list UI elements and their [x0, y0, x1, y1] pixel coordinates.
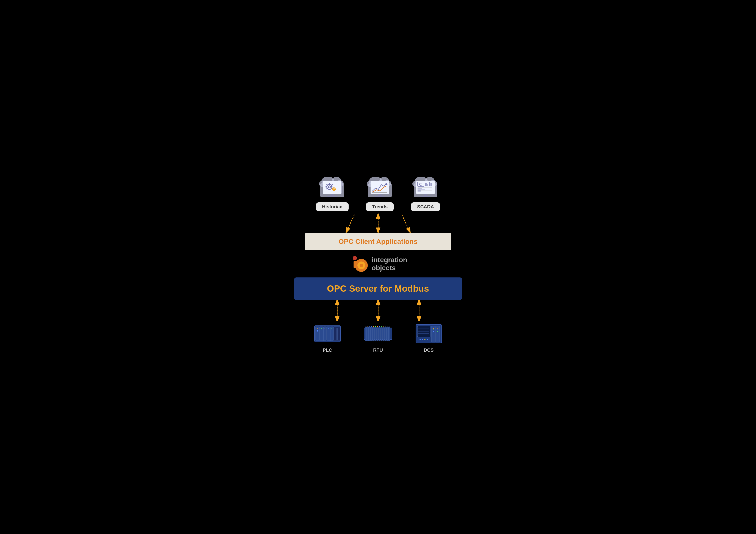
svg-point-89 [317, 328, 318, 329]
io-logo: integration objects [349, 254, 407, 273]
svg-rect-107 [377, 327, 378, 341]
trends-block: Trends [366, 177, 394, 211]
plc-arrow [333, 300, 341, 321]
svg-point-65 [353, 256, 357, 260]
svg-point-138 [433, 331, 434, 332]
svg-point-90 [317, 330, 318, 331]
dcs-arrow [415, 300, 423, 321]
svg-point-93 [324, 328, 325, 329]
io-text: integration objects [372, 256, 407, 272]
top-arrows [344, 214, 413, 233]
svg-rect-20 [334, 190, 335, 191]
svg-rect-88 [334, 327, 340, 341]
svg-point-140 [437, 330, 438, 330]
svg-rect-52 [418, 188, 422, 189]
historian-arrow [344, 214, 357, 233]
svg-rect-22 [335, 189, 336, 190]
plc-block: PLC [313, 323, 341, 353]
svg-rect-54 [418, 190, 421, 191]
trends-arrow [374, 214, 382, 233]
io-text-line1: integration [372, 256, 407, 264]
svg-point-147 [427, 339, 428, 340]
trends-label: Trends [366, 202, 393, 211]
svg-rect-102 [367, 327, 369, 341]
svg-rect-108 [379, 327, 380, 341]
svg-rect-48 [430, 183, 432, 187]
svg-rect-41 [416, 181, 435, 194]
svg-point-141 [437, 331, 438, 332]
svg-rect-45 [425, 183, 427, 187]
scada-icon [412, 177, 440, 201]
svg-point-139 [437, 328, 438, 329]
rtu-arrow [374, 300, 382, 321]
scada-label: SCADA [411, 202, 440, 211]
svg-rect-56 [420, 196, 430, 197]
svg-rect-12 [331, 186, 333, 188]
svg-point-145 [424, 339, 425, 340]
opc-client-box: OPC Client Applications [305, 233, 451, 250]
svg-rect-46 [427, 184, 428, 187]
rtu-block: RTU [363, 323, 393, 353]
svg-rect-101 [365, 327, 367, 341]
historian-icon [318, 177, 346, 201]
svg-line-64 [402, 215, 409, 231]
svg-rect-34 [378, 194, 382, 196]
svg-point-144 [422, 339, 423, 340]
opc-server-box: OPC Server for Modbus [294, 277, 462, 300]
plc-device-icon [313, 323, 341, 344]
svg-rect-113 [389, 327, 390, 341]
svg-rect-53 [418, 189, 425, 190]
rtu-device-icon [363, 323, 393, 344]
svg-rect-47 [429, 182, 430, 187]
svg-rect-111 [385, 327, 386, 341]
svg-rect-103 [369, 327, 370, 341]
dcs-device-icon [415, 323, 443, 344]
svg-rect-55 [424, 194, 427, 196]
historian-block: Historian [316, 177, 349, 211]
rtu-label: RTU [373, 347, 383, 353]
historian-label: Historian [316, 202, 349, 211]
dcs-block: DCS [415, 323, 443, 353]
svg-rect-19 [334, 187, 335, 188]
plc-label: PLC [323, 347, 332, 353]
svg-point-68 [360, 264, 363, 267]
dcs-label: DCS [423, 347, 433, 353]
svg-point-91 [317, 331, 318, 332]
svg-point-92 [321, 328, 322, 329]
svg-point-146 [425, 339, 426, 340]
svg-rect-109 [381, 327, 382, 341]
top-icons-row: Historian T [316, 177, 440, 211]
svg-rect-106 [375, 327, 376, 341]
scada-block: SCADA [411, 177, 440, 211]
svg-point-95 [331, 328, 332, 329]
svg-rect-69 [354, 261, 356, 268]
svg-rect-104 [371, 327, 372, 341]
scada-arrow [400, 214, 413, 233]
svg-rect-21 [332, 189, 333, 190]
opc-client-label: OPC Client Applications [338, 238, 418, 245]
svg-line-58 [347, 215, 354, 231]
svg-rect-9 [329, 183, 330, 185]
svg-rect-11 [326, 186, 327, 188]
bottom-devices-row: PLC [313, 323, 443, 353]
svg-point-142 [418, 339, 419, 340]
trends-icon [366, 177, 394, 201]
svg-rect-112 [387, 327, 388, 341]
svg-point-136 [433, 328, 434, 329]
svg-point-94 [328, 328, 329, 329]
svg-rect-105 [373, 327, 374, 341]
opc-server-label: OPC Server for Modbus [327, 284, 429, 293]
io-logo-icon [349, 254, 368, 273]
svg-rect-110 [383, 327, 384, 341]
svg-rect-23 [331, 194, 334, 196]
svg-rect-24 [327, 196, 337, 197]
diagram-container: Historian T [281, 168, 475, 366]
svg-point-137 [433, 330, 434, 330]
svg-rect-10 [329, 189, 330, 190]
svg-point-143 [420, 339, 421, 340]
bottom-arrows [333, 300, 423, 321]
svg-rect-35 [375, 196, 385, 197]
io-text-line2: objects [372, 264, 407, 272]
